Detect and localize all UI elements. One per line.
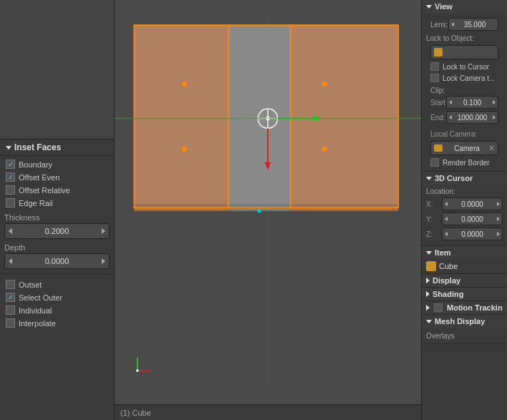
svg-point-22 xyxy=(322,82,327,87)
clip-section: Clip: Start: 0.100 End: 1000.000 xyxy=(426,84,503,129)
render-border-label: Render Border xyxy=(443,159,490,167)
cz-arrow-left xyxy=(445,232,448,236)
cx-arrow-left xyxy=(445,202,448,206)
thickness-arrow-right xyxy=(102,228,105,234)
svg-point-23 xyxy=(182,147,187,152)
view-header[interactable]: View xyxy=(422,0,507,13)
interpolate-option[interactable]: Interpolate xyxy=(4,318,110,328)
individual-option[interactable]: Individual xyxy=(4,305,110,316)
svg-rect-3 xyxy=(134,25,228,204)
motion-tracking-section: Motion Trackin xyxy=(422,301,507,315)
select-outer-checkbox[interactable] xyxy=(6,293,15,302)
offset-relative-checkbox[interactable] xyxy=(6,185,15,195)
edge-rail-option[interactable]: Edge Rail xyxy=(4,197,110,208)
location-label: Location: xyxy=(426,187,503,195)
cursor-header[interactable]: 3D Cursor xyxy=(422,172,507,185)
lens-row: Lens: 35.000 xyxy=(426,16,503,33)
cursor-label: 3D Cursor xyxy=(435,174,473,182)
cursor-y-input[interactable]: 0.0000 xyxy=(442,213,503,225)
viewport[interactable]: (1) Cube xyxy=(115,0,421,420)
boundary-option[interactable]: Boundary xyxy=(4,159,110,170)
right-panel: View Lens: 35.000 Lock to Object: xyxy=(421,0,507,420)
left-panel: Inset Faces Boundary Offset Even Offset … xyxy=(0,0,115,420)
cy-arrow-left xyxy=(445,217,448,221)
clip-start-arrow-left xyxy=(449,100,452,104)
lock-to-cursor-checkbox[interactable] xyxy=(430,62,439,71)
lock-camera-label: Lock Camera t... xyxy=(443,74,495,82)
lens-label: Lens: xyxy=(430,21,448,29)
local-camera-field[interactable]: Camera ✕ xyxy=(430,141,498,155)
lock-to-cursor-label: Lock to Cursor xyxy=(443,63,489,71)
thickness-input[interactable]: 0.2000 xyxy=(4,223,110,239)
motion-tracking-header[interactable]: Motion Trackin xyxy=(422,301,507,314)
clip-end-arrow-right xyxy=(493,115,496,119)
display-section: Display xyxy=(422,274,507,288)
depth-input[interactable]: 0.0000 xyxy=(4,253,110,269)
lock-to-object-field[interactable] xyxy=(430,45,498,59)
cursor-z-value: 0.0000 xyxy=(461,230,483,238)
depth-value: 0.0000 xyxy=(45,257,69,265)
local-camera-name: Camera xyxy=(454,145,480,152)
motion-tracking-triangle-icon xyxy=(426,305,430,311)
item-header[interactable]: Item xyxy=(422,246,507,259)
thickness-label: Thickness xyxy=(4,213,110,222)
local-camera-clear-button[interactable]: ✕ xyxy=(488,144,495,153)
cursor-z-label: Z: xyxy=(426,230,439,238)
offset-even-checkbox[interactable] xyxy=(6,172,15,182)
view-triangle-icon xyxy=(426,5,432,9)
clip-start-input[interactable]: 0.100 xyxy=(446,96,498,109)
item-section: Item Cube xyxy=(422,246,507,274)
clip-end-arrow-left xyxy=(449,115,452,119)
inset-faces-header[interactable]: Inset Faces xyxy=(0,140,114,156)
shading-triangle-icon xyxy=(426,291,430,297)
select-outer-option[interactable]: Select Outer xyxy=(4,292,110,303)
clip-end-input[interactable]: 1000.000 xyxy=(446,111,498,124)
motion-tracking-checkbox[interactable] xyxy=(434,303,443,312)
offset-even-option[interactable]: Offset Even xyxy=(4,172,110,182)
view-section: View Lens: 35.000 Lock to Object: xyxy=(422,0,507,172)
thickness-field-row: Thickness 0.2000 xyxy=(0,211,114,241)
boundary-checkbox[interactable] xyxy=(6,160,15,169)
inset-faces-options: Boundary Offset Even Offset Relative Edg… xyxy=(0,156,114,211)
lock-camera-checkbox[interactable] xyxy=(430,74,439,82)
bottom-bar: (1) Cube xyxy=(115,404,421,420)
inset-faces-label: Inset Faces xyxy=(14,142,61,152)
cursor-y-label: Y: xyxy=(426,215,439,223)
offset-relative-option[interactable]: Offset Relative xyxy=(4,185,110,195)
depth-field-row: Depth 0.0000 xyxy=(0,241,114,271)
clip-start-row: Start: 0.100 xyxy=(430,96,498,109)
mesh-display-header[interactable]: Mesh Display xyxy=(422,315,507,328)
shading-section: Shading xyxy=(422,288,507,301)
display-header[interactable]: Display xyxy=(422,274,507,287)
cursor-triangle-icon xyxy=(426,177,432,180)
clip-end-value: 1000.000 xyxy=(458,114,488,122)
view-content: Lens: 35.000 Lock to Object: Lock to Cur… xyxy=(422,13,507,171)
cursor-section: 3D Cursor Location: X: 0.0000 Y: 0.0000 xyxy=(422,172,507,246)
lens-input[interactable]: 35.000 xyxy=(448,18,498,31)
render-border-checkbox[interactable] xyxy=(430,158,439,167)
clip-start-value: 0.100 xyxy=(463,99,481,107)
lens-arrow-left xyxy=(451,22,454,26)
edge-rail-checkbox[interactable] xyxy=(6,198,15,207)
shading-label: Shading xyxy=(433,290,463,298)
svg-rect-4 xyxy=(228,25,291,204)
lock-to-cursor-row[interactable]: Lock to Cursor xyxy=(426,61,503,72)
cursor-z-input[interactable]: 0.0000 xyxy=(442,228,503,240)
lock-camera-row[interactable]: Lock Camera t... xyxy=(426,72,503,84)
cursor-x-input[interactable]: 0.0000 xyxy=(442,197,503,210)
shading-header[interactable]: Shading xyxy=(422,288,507,301)
cursor-x-value: 0.0000 xyxy=(461,200,483,208)
outset-option[interactable]: Outset xyxy=(4,279,110,290)
item-triangle-icon xyxy=(426,251,432,255)
camera-icon xyxy=(434,48,443,57)
boundary-label: Boundary xyxy=(19,160,52,169)
svg-rect-5 xyxy=(291,25,398,204)
outset-checkbox[interactable] xyxy=(6,280,15,289)
individual-checkbox[interactable] xyxy=(6,306,15,315)
svg-point-28 xyxy=(136,369,139,372)
interpolate-checkbox[interactable] xyxy=(6,318,15,328)
display-triangle-icon xyxy=(426,278,430,283)
viewport-label: (1) Cube xyxy=(120,409,151,417)
render-border-row[interactable]: Render Border xyxy=(426,157,503,168)
depth-arrow-right xyxy=(102,258,105,264)
